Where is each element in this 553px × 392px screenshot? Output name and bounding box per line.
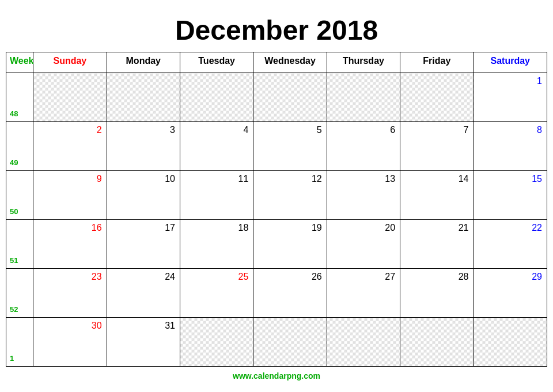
day-number: 6 — [390, 125, 395, 135]
col-header-saturday: Saturday — [474, 52, 547, 73]
day-cell[interactable] — [180, 318, 253, 367]
day-cell[interactable] — [474, 318, 547, 367]
day-number: 29 — [532, 272, 542, 282]
day-number: 3 — [170, 125, 175, 135]
day-cell[interactable]: 21 — [400, 220, 474, 269]
day-number: 30 — [92, 321, 102, 331]
week-cell: 50 — [6, 171, 33, 220]
day-number: 18 — [238, 223, 249, 233]
week-number: 48 — [10, 109, 18, 118]
day-number: 23 — [92, 272, 102, 282]
day-cell[interactable]: 26 — [253, 269, 327, 318]
day-cell[interactable]: 28 — [400, 269, 474, 318]
calendar-row: 481 — [6, 73, 547, 122]
day-number: 8 — [537, 125, 542, 135]
day-number: 13 — [385, 174, 395, 184]
day-number: 17 — [165, 223, 175, 233]
day-cell[interactable]: 23 — [33, 269, 107, 318]
day-cell[interactable]: 12 — [253, 171, 327, 220]
day-number: 15 — [532, 174, 542, 184]
week-number: 51 — [10, 256, 18, 265]
day-cell[interactable] — [253, 318, 327, 367]
day-cell[interactable]: 16 — [33, 220, 107, 269]
day-cell[interactable]: 4 — [180, 122, 253, 171]
footer: www.calendarpng.com — [6, 367, 547, 385]
day-cell[interactable]: 18 — [180, 220, 253, 269]
day-cell[interactable]: 2 — [33, 122, 107, 171]
day-cell[interactable]: 11 — [180, 171, 253, 220]
day-number: 2 — [97, 125, 102, 135]
week-cell: 48 — [6, 73, 33, 122]
footer-url: www.calendarpng.com — [233, 371, 320, 380]
day-number: 4 — [243, 125, 248, 135]
day-number: 21 — [459, 223, 469, 233]
week-number: 50 — [10, 207, 18, 216]
day-cell[interactable]: 27 — [327, 269, 400, 318]
day-cell[interactable] — [327, 318, 400, 367]
day-cell[interactable] — [400, 318, 474, 367]
day-number: 22 — [532, 223, 542, 233]
col-header-friday: Friday — [400, 52, 474, 73]
day-cell[interactable] — [253, 73, 327, 122]
calendar-row: 492345678 — [6, 122, 547, 171]
day-number: 5 — [317, 125, 322, 135]
day-cell[interactable]: 20 — [327, 220, 400, 269]
day-number: 7 — [464, 125, 469, 135]
day-number: 31 — [165, 321, 175, 331]
col-header-monday: Monday — [107, 52, 180, 73]
day-number: 10 — [165, 174, 175, 184]
day-number: 9 — [97, 174, 102, 184]
day-cell[interactable]: 10 — [107, 171, 180, 220]
calendar-row: 5116171819202122 — [6, 220, 547, 269]
col-header-tuesday: Tuesday — [180, 52, 253, 73]
day-cell[interactable]: 14 — [400, 171, 474, 220]
calendar-table: Week Sunday Monday Tuesday Wednesday Thu… — [6, 52, 547, 367]
calendar-wrapper: December 2018 Week Sunday Monday Tuesday… — [6, 6, 547, 385]
day-cell[interactable]: 8 — [474, 122, 547, 171]
day-cell[interactable] — [327, 73, 400, 122]
day-cell[interactable]: 19 — [253, 220, 327, 269]
col-header-wednesday: Wednesday — [253, 52, 327, 73]
day-cell[interactable] — [400, 73, 474, 122]
day-cell[interactable]: 6 — [327, 122, 400, 171]
calendar-row: 5223242526272829 — [6, 269, 547, 318]
day-cell[interactable]: 17 — [107, 220, 180, 269]
calendar-row: 13031 — [6, 318, 547, 367]
day-cell[interactable]: 31 — [107, 318, 180, 367]
day-cell[interactable] — [180, 73, 253, 122]
week-cell: 49 — [6, 122, 33, 171]
week-cell: 51 — [6, 220, 33, 269]
day-cell[interactable]: 1 — [474, 73, 547, 122]
day-cell[interactable]: 25 — [180, 269, 253, 318]
day-number: 25 — [238, 272, 249, 282]
col-header-thursday: Thursday — [327, 52, 400, 73]
day-cell[interactable]: 29 — [474, 269, 547, 318]
day-number: 11 — [238, 174, 249, 184]
day-cell[interactable]: 5 — [253, 122, 327, 171]
day-cell[interactable] — [107, 73, 180, 122]
day-cell[interactable]: 13 — [327, 171, 400, 220]
day-number: 12 — [312, 174, 322, 184]
week-cell: 52 — [6, 269, 33, 318]
day-number: 14 — [459, 174, 469, 184]
calendar-title: December 2018 — [6, 6, 547, 52]
calendar-row: 509101112131415 — [6, 171, 547, 220]
week-number: 1 — [10, 354, 14, 363]
day-cell[interactable]: 3 — [107, 122, 180, 171]
day-cell[interactable]: 30 — [33, 318, 107, 367]
day-number: 20 — [385, 223, 395, 233]
day-cell[interactable] — [33, 73, 107, 122]
day-cell[interactable]: 7 — [400, 122, 474, 171]
day-cell[interactable]: 24 — [107, 269, 180, 318]
week-cell: 1 — [6, 318, 33, 367]
day-cell[interactable]: 9 — [33, 171, 107, 220]
day-number: 27 — [385, 272, 395, 282]
day-cell[interactable]: 22 — [474, 220, 547, 269]
col-header-sunday: Sunday — [33, 52, 107, 73]
calendar-body: 4814923456785091011121314155116171819202… — [6, 73, 547, 367]
day-number: 24 — [165, 272, 175, 282]
day-number: 19 — [312, 223, 322, 233]
week-number: 52 — [10, 305, 18, 314]
day-cell[interactable]: 15 — [474, 171, 547, 220]
day-number: 16 — [92, 223, 102, 233]
